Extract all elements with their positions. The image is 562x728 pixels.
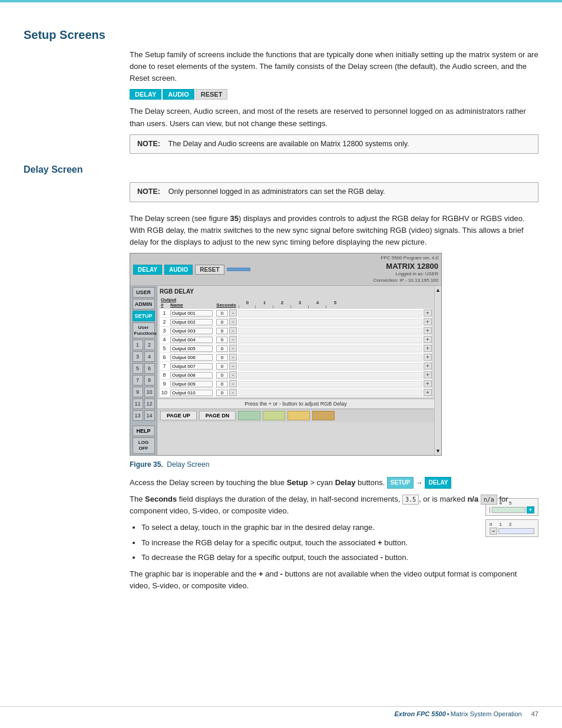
row-plus-10[interactable]: + (424, 389, 432, 396)
row-graph-1[interactable] (238, 310, 422, 317)
btn-10[interactable]: 10 (144, 387, 155, 397)
row-plus-7[interactable]: + (424, 363, 432, 370)
inline-delay-btn[interactable]: DELAY (425, 477, 451, 489)
row-plus-2[interactable]: + (424, 318, 432, 325)
btn-6[interactable]: 6 (144, 363, 155, 374)
btn-1[interactable]: 1 (133, 340, 143, 350)
row-graph-9[interactable] (238, 381, 422, 387)
row-secs-input-1[interactable] (216, 310, 228, 317)
row-secs-input-2[interactable] (216, 319, 228, 325)
row-secs-4 (215, 335, 229, 344)
mini-minus-btn[interactable]: − (490, 528, 497, 535)
matrix-reset-btn[interactable]: RESET (195, 265, 224, 275)
row-graph-5[interactable] (238, 345, 422, 352)
delay-button[interactable]: DELAY (130, 89, 161, 100)
btn-5[interactable]: 5 (133, 363, 143, 374)
row-minus-1[interactable]: - (229, 309, 237, 317)
row-minus-4[interactable]: - (229, 336, 237, 343)
btn-2[interactable]: 2 (144, 340, 155, 350)
row-graph-8[interactable] (238, 372, 422, 378)
row-name-input-7[interactable] (170, 363, 213, 370)
top-accent-line (0, 0, 562, 2)
row-plus-1[interactable]: + (424, 309, 432, 317)
row-secs-input-9[interactable] (216, 381, 228, 387)
row-name-6 (169, 353, 215, 361)
matrix-audio-btn[interactable]: AUDIO (164, 265, 193, 275)
logoff-sidebar-btn[interactable]: LOGOFF (133, 437, 155, 453)
help-sidebar-btn[interactable]: HELP (133, 426, 155, 436)
user-functions-btn[interactable]: UserFunctions (133, 322, 155, 338)
row-graph-7[interactable] (238, 363, 422, 370)
row-graph-3[interactable] (238, 328, 422, 334)
row-name-input-3[interactable] (170, 328, 213, 334)
inline-setup-btn[interactable]: SETUP (387, 477, 414, 489)
row-secs-input-10[interactable] (216, 390, 228, 396)
btn-11[interactable]: 11 (133, 398, 143, 409)
matrix-delay-btn[interactable]: DELAY (133, 265, 162, 275)
row-name-9 (169, 380, 215, 388)
btn-14[interactable]: 14 (144, 410, 155, 421)
row-plus-6[interactable]: + (424, 354, 432, 361)
row-plus-8[interactable]: + (424, 371, 432, 378)
row-num-8: 8 (160, 371, 169, 378)
mini-plus-btn[interactable]: + (527, 506, 534, 513)
delay-body1: The Delay screen (see figure 35) display… (130, 213, 538, 248)
row-minus-9[interactable]: - (229, 380, 237, 387)
audio-button[interactable]: AUDIO (163, 89, 194, 100)
row-name-input-5[interactable] (170, 345, 213, 352)
row-plus-4[interactable]: + (424, 336, 432, 343)
scroll-down-arrow[interactable]: ▼ (435, 448, 441, 454)
row-secs-input-5[interactable] (216, 345, 228, 352)
row-plus-3[interactable]: + (424, 327, 432, 334)
row-minus-7[interactable]: - (229, 363, 237, 370)
btn-13[interactable]: 13 (133, 410, 143, 421)
delay-note-box: NOTE: Only personnel logged in as admini… (130, 182, 538, 202)
row-minus-6[interactable]: - (229, 354, 237, 361)
btn-12[interactable]: 12 (144, 398, 155, 409)
row-name-input-2[interactable] (170, 319, 213, 325)
btn-4[interactable]: 4 (144, 351, 155, 362)
row-minus-8[interactable]: - (229, 371, 237, 378)
btn-8[interactable]: 8 (144, 375, 155, 386)
row-name-input-9[interactable] (170, 381, 213, 387)
page-dn-btn[interactable]: PAGE DN (199, 411, 236, 420)
matrix-main-content: RGB DELAY Output # Name Seconds 0 (157, 286, 434, 454)
row-name-input-10[interactable] (170, 390, 213, 396)
logged-as: Logged in as: USER (373, 271, 438, 277)
row-minus-2[interactable]: - (229, 318, 237, 325)
graph-tick-marks (239, 305, 424, 308)
row-plus-5[interactable]: + (424, 345, 432, 352)
row-secs-input-4[interactable] (216, 337, 228, 343)
user-sidebar-btn[interactable]: USER (133, 287, 155, 298)
row-minus-10[interactable]: - (229, 389, 237, 396)
row-name-input-8[interactable] (170, 372, 213, 378)
row-graph-4[interactable] (238, 337, 422, 343)
row-secs-input-8[interactable] (216, 372, 228, 378)
matrix-extra-btn[interactable] (227, 268, 250, 271)
row-name-input-6[interactable] (170, 354, 213, 361)
row-plus-9[interactable]: + (424, 380, 432, 387)
setup-sidebar-btn[interactable]: SETUP (133, 311, 155, 321)
row-num-4: 4 (160, 336, 169, 343)
row-minus-5[interactable]: - (229, 345, 237, 352)
row-minus-3[interactable]: - (229, 327, 237, 334)
row-graph-2[interactable] (238, 319, 422, 325)
row-graph-10[interactable] (238, 390, 422, 396)
btn-9[interactable]: 9 (133, 387, 143, 397)
btn-3[interactable]: 3 (133, 351, 143, 362)
admin-sidebar-btn[interactable]: ADMIN (133, 299, 155, 309)
row-secs-input-6[interactable] (216, 354, 228, 361)
btn-7[interactable]: 7 (133, 375, 143, 386)
row-secs-input-3[interactable] (216, 328, 228, 334)
delay-screen-heading: Delay Screen (24, 164, 538, 175)
row-name-input-1[interactable] (170, 310, 213, 317)
row-name-input-4[interactable] (170, 337, 213, 343)
reset-button[interactable]: RESET (196, 89, 228, 100)
row-graph-6[interactable] (238, 354, 422, 361)
scroll-up-arrow[interactable]: ▲ (435, 287, 441, 293)
matrix-scrollbar[interactable]: ▲ ▼ (434, 286, 441, 454)
page-up-btn[interactable]: PAGE UP (160, 411, 197, 420)
row-secs-input-7[interactable] (216, 363, 228, 370)
delay-row: 7 - + (160, 362, 432, 371)
row-name-8 (169, 371, 215, 379)
